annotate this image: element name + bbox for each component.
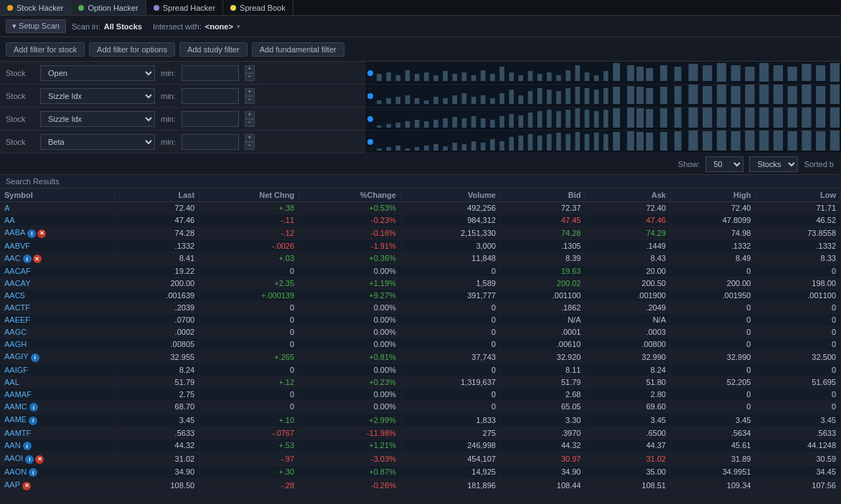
cell-low: 34.45 bbox=[756, 465, 841, 479]
svg-rect-162 bbox=[703, 131, 712, 151]
table-row[interactable]: AA47.46-.11-0.23%984,31247.4547.4647.809… bbox=[0, 214, 841, 227]
table-row[interactable]: A72.40+.38+0.53%492,25672.3772.4072.4071… bbox=[0, 202, 841, 214]
svg-rect-9 bbox=[452, 74, 457, 81]
show-count-select[interactable]: 50 100 200 bbox=[705, 156, 743, 172]
close-icon[interactable]: ✕ bbox=[35, 455, 44, 464]
cell-bid: 65.05 bbox=[500, 400, 586, 414]
cell-vol: 454,107 bbox=[400, 452, 500, 466]
info-icon[interactable]: i bbox=[29, 417, 37, 425]
svg-rect-49 bbox=[424, 100, 429, 104]
chart-3 bbox=[366, 108, 841, 130]
table-row[interactable]: AACTF.203900.00%0.1862.204900 bbox=[0, 302, 841, 314]
tab-option-hacker[interactable]: Option Hacker bbox=[71, 0, 146, 15]
table-row[interactable]: AAP✕108.50-.28-0.26%181,896108.44108.511… bbox=[0, 479, 841, 493]
cell-last: .5633 bbox=[114, 427, 199, 439]
filter-spin-down-3[interactable]: − bbox=[245, 119, 255, 127]
show-type-select[interactable]: Stocks bbox=[749, 156, 798, 172]
svg-rect-37 bbox=[759, 63, 769, 82]
table-row[interactable]: AACi✕8.41+.03+0.36%11,8488.398.438.498.3… bbox=[0, 252, 841, 265]
add-filter-stock-button[interactable]: Add filter for stock bbox=[6, 42, 85, 57]
svg-rect-170 bbox=[816, 131, 825, 151]
add-fundamental-filter-button[interactable]: Add fundamental filter bbox=[252, 42, 344, 57]
table-row[interactable]: AAGH.0080500.00%0.00610.0080000 bbox=[0, 338, 841, 351]
svg-rect-11 bbox=[471, 75, 476, 81]
table-row[interactable]: AAMCi68.7000.00%065.0569.6000 bbox=[0, 400, 841, 414]
svg-rect-155 bbox=[613, 132, 620, 151]
svg-rect-99 bbox=[490, 120, 495, 128]
svg-rect-138 bbox=[452, 143, 457, 151]
info-icon[interactable]: i bbox=[27, 229, 36, 238]
cell-pct: -0.26% bbox=[299, 479, 401, 493]
table-row[interactable]: AAL51.79+.12+0.23%1,319,63751.7951.8052.… bbox=[0, 376, 841, 388]
spread-hacker-dot bbox=[154, 5, 159, 11]
info-icon[interactable]: i bbox=[29, 403, 38, 412]
cell-bid: 51.79 bbox=[500, 376, 586, 388]
tab-spread-book[interactable]: Spread Book bbox=[223, 0, 293, 15]
tab-spread-hacker[interactable]: Spread Hacker bbox=[146, 0, 223, 15]
table-row[interactable]: AAC5.001639+.000139+9.27%391,777.001100.… bbox=[0, 290, 841, 302]
setup-scan-button[interactable]: ▾ Setup Scan bbox=[6, 19, 66, 33]
scan-in-value[interactable]: All Stocks bbox=[104, 22, 142, 31]
svg-rect-10 bbox=[462, 72, 467, 81]
col-volume: Volume bbox=[400, 189, 500, 202]
filter-spin-down-1[interactable]: − bbox=[245, 73, 255, 81]
info-icon[interactable]: i bbox=[23, 442, 32, 450]
filter-select-1[interactable]: Open bbox=[40, 65, 155, 81]
table-row[interactable]: AAOIi✕31.02-.97-3.03%454,10730.9731.0231… bbox=[0, 452, 841, 466]
filter-spin-up-4[interactable]: + bbox=[245, 134, 255, 142]
info-icon[interactable]: i bbox=[25, 455, 34, 464]
table-row[interactable]: AACAY200.00+2.35+1.19%1,589200.02200.502… bbox=[0, 277, 841, 290]
svg-rect-55 bbox=[481, 95, 486, 104]
filter-spin-down-4[interactable]: − bbox=[245, 142, 255, 150]
table-row[interactable]: AAMAF2.7500.00%02.682.8000 bbox=[0, 388, 841, 400]
filter-input-2[interactable] bbox=[182, 88, 239, 104]
table-row[interactable]: AABVF.1332-.0026-1.91%3,000.1305.1449.13… bbox=[0, 239, 841, 252]
add-filter-options-button[interactable]: Add filter for options bbox=[89, 42, 175, 57]
filter-spinners-3: + − bbox=[245, 111, 255, 127]
table-row[interactable]: AAGIYi32.955+.265+0.81%37,74332.92032.99… bbox=[0, 351, 841, 364]
info-icon[interactable]: i bbox=[29, 468, 37, 477]
svg-rect-53 bbox=[462, 93, 467, 104]
svg-rect-149 bbox=[556, 133, 561, 151]
svg-rect-34 bbox=[717, 63, 726, 82]
svg-rect-140 bbox=[471, 141, 476, 151]
filter-label-4: Stock bbox=[6, 138, 34, 146]
filter-select-2[interactable]: Sizzle Idx bbox=[40, 88, 155, 104]
svg-rect-105 bbox=[547, 110, 552, 128]
table-row[interactable]: AACAF19.2200.00%019.6320.0000 bbox=[0, 265, 841, 277]
table-row[interactable]: AANi44.32+.53+1.21%246,99844.3244.3745.6… bbox=[0, 439, 841, 452]
filter-select-3[interactable]: Sizzle Idx bbox=[40, 111, 155, 127]
filter-spin-up-2[interactable]: + bbox=[245, 88, 255, 96]
intersect-dropdown-icon[interactable]: ▾ bbox=[237, 23, 240, 30]
filter-spin-down-2[interactable]: − bbox=[245, 96, 255, 104]
table-row[interactable]: AAGC.000200.00%0.0001.000300 bbox=[0, 326, 841, 338]
close-icon[interactable]: ✕ bbox=[33, 255, 42, 263]
svg-rect-35 bbox=[731, 65, 741, 81]
filter-spin-up-1[interactable]: + bbox=[245, 65, 255, 73]
close-icon[interactable]: ✕ bbox=[37, 229, 46, 238]
close-icon[interactable]: ✕ bbox=[22, 482, 31, 490]
cell-last: 44.32 bbox=[114, 439, 199, 452]
results-table-container[interactable]: Symbol Last Net Chng %Change Volume Bid … bbox=[0, 189, 841, 500]
cell-pct: +0.53% bbox=[299, 202, 401, 214]
table-row[interactable]: AAIGF8.2400.00%08.118.2400 bbox=[0, 363, 841, 376]
cell-vol: 0 bbox=[400, 338, 500, 351]
intersect-value[interactable]: <none> bbox=[205, 22, 233, 31]
info-icon[interactable]: i bbox=[31, 353, 39, 362]
tab-stock-hacker[interactable]: Stock Hacker bbox=[0, 0, 71, 15]
filter-input-4[interactable] bbox=[182, 134, 239, 150]
svg-rect-147 bbox=[537, 135, 542, 151]
table-row[interactable]: AAEEF.070000.00%0N/AN/A00 bbox=[0, 314, 841, 326]
add-study-filter-button[interactable]: Add study filter bbox=[179, 42, 248, 57]
filter-spin-up-3[interactable]: + bbox=[245, 111, 255, 119]
filter-input-1[interactable] bbox=[182, 65, 239, 81]
table-row[interactable]: AAMTF.5633-.0767-11.98%275.3970.6500.563… bbox=[0, 427, 841, 439]
table-row[interactable]: AABAi✕74.28-.12-0.16%2,151,33074.2874.29… bbox=[0, 227, 841, 240]
scan-in-section: Scan in: All Stocks Intersect with: <non… bbox=[72, 22, 240, 31]
info-icon[interactable]: i bbox=[23, 255, 32, 263]
table-row[interactable]: AAONi34.90+.30+0.87%14,92534.9035.0034.9… bbox=[0, 465, 841, 479]
svg-rect-78 bbox=[731, 86, 741, 104]
table-row[interactable]: AAMEi3.45+.10+2.99%1,8333.303.453.453.45 bbox=[0, 414, 841, 427]
filter-input-3[interactable] bbox=[182, 111, 239, 127]
filter-select-4[interactable]: Beta bbox=[40, 134, 155, 150]
